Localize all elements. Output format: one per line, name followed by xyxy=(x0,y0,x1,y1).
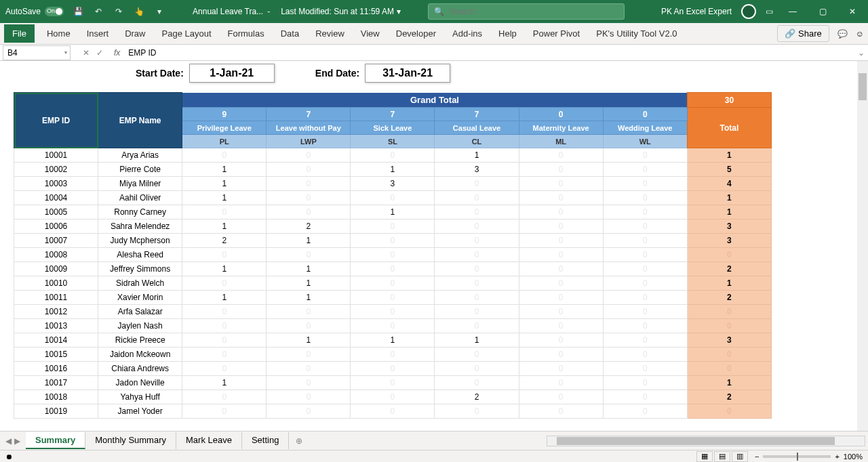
cell-emp-id[interactable]: 10012 xyxy=(14,305,98,319)
zoom-level[interactable]: 100% xyxy=(844,453,863,461)
ribbon-tab-formulas[interactable]: Formulas xyxy=(220,24,273,43)
cell-leave-value[interactable]: 2 xyxy=(435,390,519,404)
table-row[interactable]: 10002Pierre Cote1013005 xyxy=(14,163,772,177)
search-input[interactable] xyxy=(450,7,618,16)
cell-total[interactable]: 0 xyxy=(687,319,771,333)
cell-leave-value[interactable]: 0 xyxy=(267,319,351,333)
cell-total[interactable]: 0 xyxy=(687,305,771,319)
cell-emp-id[interactable]: 10015 xyxy=(14,348,98,362)
cell-leave-value[interactable]: 0 xyxy=(435,348,519,362)
tab-prev-icon[interactable]: ◀ xyxy=(5,436,12,446)
cell-leave-value[interactable]: 3 xyxy=(435,163,519,177)
ribbon-tab-help[interactable]: Help xyxy=(490,24,525,43)
smiley-icon[interactable]: ☺ xyxy=(856,29,864,39)
cell-leave-value[interactable]: 0 xyxy=(351,305,435,319)
table-row[interactable]: 10003Miya Milner1030004 xyxy=(14,177,772,191)
cell-leave-value[interactable]: 0 xyxy=(603,163,687,177)
cell-leave-value[interactable]: 0 xyxy=(351,376,435,390)
page-break-view-icon[interactable]: ▥ xyxy=(732,451,748,462)
cell-leave-value[interactable]: 0 xyxy=(519,262,603,276)
cell-leave-value[interactable]: 0 xyxy=(435,404,519,419)
cell-emp-id[interactable]: 10014 xyxy=(14,333,98,348)
cell-leave-value[interactable]: 0 xyxy=(267,390,351,404)
header-leave-type[interactable]: Maternity Leave xyxy=(519,121,603,135)
cell-leave-value[interactable]: 0 xyxy=(603,390,687,404)
cell-leave-value[interactable]: 0 xyxy=(267,404,351,419)
fx-label[interactable]: fx xyxy=(114,48,120,58)
cell-total[interactable]: 0 xyxy=(687,362,771,376)
cell-leave-value[interactable]: 0 xyxy=(351,291,435,305)
cell-total[interactable]: 1 xyxy=(687,148,771,163)
cell-leave-value[interactable]: 0 xyxy=(603,333,687,348)
cell-leave-value[interactable]: 0 xyxy=(267,191,351,205)
cell-leave-value[interactable]: 0 xyxy=(267,248,351,262)
cell-leave-value[interactable]: 0 xyxy=(435,276,519,291)
cell-emp-id[interactable]: 10006 xyxy=(14,219,98,234)
cell-leave-value[interactable]: 0 xyxy=(351,390,435,404)
cell-emp-name[interactable]: Alesha Reed xyxy=(98,248,182,262)
cell-leave-value[interactable]: 0 xyxy=(519,291,603,305)
cell-emp-name[interactable]: Chiara Andrews xyxy=(98,362,182,376)
ribbon-tab-add-ins[interactable]: Add-ins xyxy=(444,24,490,43)
cell-total[interactable]: 0 xyxy=(687,248,771,262)
sheet-tab-summary[interactable]: Summary xyxy=(26,432,85,449)
sheet-tab-setting[interactable]: Setting xyxy=(242,432,289,449)
leave-table[interactable]: EMP ID EMP Name Grand Total 30 977700Tot… xyxy=(14,92,772,419)
table-row[interactable]: 10011Xavier Morin1100002 xyxy=(14,291,772,305)
cell-leave-value[interactable]: 0 xyxy=(603,177,687,191)
cell-leave-value[interactable]: 0 xyxy=(603,234,687,248)
cell-leave-value[interactable]: 0 xyxy=(267,205,351,219)
cell-emp-id[interactable]: 10011 xyxy=(14,291,98,305)
cell-leave-value[interactable]: 0 xyxy=(435,362,519,376)
cell-leave-value[interactable]: 0 xyxy=(519,205,603,219)
ribbon-tab-insert[interactable]: Insert xyxy=(79,24,117,43)
cell-leave-value[interactable]: 0 xyxy=(267,376,351,390)
zoom-slider[interactable] xyxy=(763,455,831,458)
header-total-count[interactable]: 30 xyxy=(687,93,771,108)
header-leave-type[interactable]: Sick Leave xyxy=(351,121,435,135)
header-leave-type[interactable]: Wedding Leave xyxy=(603,121,687,135)
cell-total[interactable]: 0 xyxy=(687,348,771,362)
record-macro-icon[interactable]: ⏺ xyxy=(5,453,13,461)
cell-emp-name[interactable]: Arfa Salazar xyxy=(98,305,182,319)
cell-leave-value[interactable]: 0 xyxy=(351,362,435,376)
ribbon-tab-review[interactable]: Review xyxy=(307,24,353,43)
cell-leave-value[interactable]: 0 xyxy=(519,148,603,163)
cell-emp-id[interactable]: 10016 xyxy=(14,362,98,376)
cell-leave-value[interactable]: 0 xyxy=(603,404,687,419)
page-layout-view-icon[interactable]: ▤ xyxy=(714,451,730,462)
maximize-button[interactable]: ▢ xyxy=(812,0,833,23)
cell-leave-value[interactable]: 0 xyxy=(603,348,687,362)
header-leave-code[interactable]: PL xyxy=(182,135,267,148)
cell-leave-value[interactable]: 0 xyxy=(603,362,687,376)
sheet-tab-mark-leave[interactable]: Mark Leave xyxy=(176,432,242,449)
cell-leave-value[interactable]: 0 xyxy=(267,148,351,163)
cell-leave-value[interactable]: 0 xyxy=(519,404,603,419)
header-leave-type[interactable]: Leave without Pay xyxy=(267,121,351,135)
cell-leave-value[interactable]: 0 xyxy=(603,191,687,205)
cell-leave-value[interactable]: 1 xyxy=(267,333,351,348)
ribbon-tab-power-pivot[interactable]: Power Pivot xyxy=(525,24,588,43)
zoom-in-icon[interactable]: + xyxy=(835,453,839,461)
touch-icon[interactable]: 👆 xyxy=(133,5,145,18)
cell-leave-value[interactable]: 1 xyxy=(351,163,435,177)
cell-leave-value[interactable]: 1 xyxy=(435,333,519,348)
header-emp-id[interactable]: EMP ID xyxy=(14,93,98,148)
cell-leave-value[interactable]: 2 xyxy=(182,234,267,248)
name-box[interactable]: B4 xyxy=(3,45,71,60)
search-box[interactable]: 🔍 xyxy=(428,3,625,20)
cell-emp-id[interactable]: 10013 xyxy=(14,319,98,333)
cell-leave-value[interactable]: 1 xyxy=(267,234,351,248)
cell-total[interactable]: 2 xyxy=(687,291,771,305)
table-row[interactable]: 10019Jamel Yoder0000000 xyxy=(14,404,772,419)
cell-leave-value[interactable]: 0 xyxy=(351,191,435,205)
header-emp-name[interactable]: EMP Name xyxy=(98,93,182,148)
table-row[interactable]: 10018Yahya Huff0002002 xyxy=(14,390,772,404)
tab-next-icon[interactable]: ▶ xyxy=(14,436,20,446)
cell-leave-value[interactable]: 0 xyxy=(603,148,687,163)
table-row[interactable]: 10006Sahra Melendez1200003 xyxy=(14,219,772,234)
cell-leave-value[interactable]: 0 xyxy=(182,205,267,219)
cell-total[interactable]: 2 xyxy=(687,390,771,404)
cell-leave-value[interactable]: 0 xyxy=(267,348,351,362)
cell-leave-value[interactable]: 0 xyxy=(603,262,687,276)
